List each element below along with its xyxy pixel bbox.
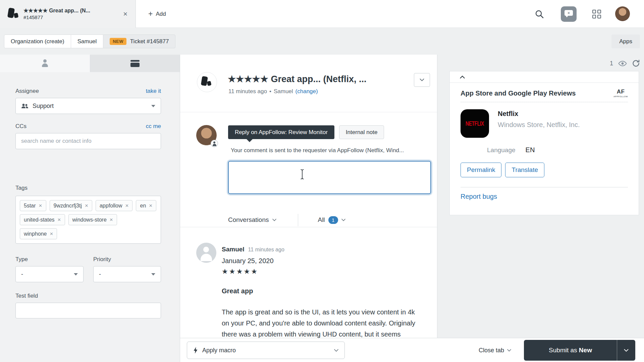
tag-pill: winphone× — [20, 228, 57, 239]
filter-divider — [298, 214, 298, 226]
breadcrumb-organization[interactable]: Organization (create) — [4, 35, 71, 48]
refresh-icon[interactable] — [632, 59, 640, 67]
ccs-input[interactable] — [15, 133, 161, 149]
apply-macro-select[interactable]: Apply macro — [187, 342, 345, 359]
submit-button-group: Submit as New — [524, 340, 635, 361]
apps-button[interactable]: Apps — [611, 35, 640, 48]
ticket-meta-separator: • — [269, 88, 271, 95]
ticket-window-tab[interactable]: ★★★★★ Great app... (N... #145877 × — [0, 0, 136, 28]
list-icon — [130, 60, 140, 67]
search-icon[interactable] — [533, 0, 546, 28]
eye-icon — [618, 61, 627, 66]
conversation-filters: Conversations All 1 — [228, 214, 345, 226]
app-name: Netflix — [498, 110, 580, 118]
widget-divider — [461, 187, 628, 187]
breadcrumb: Organization (create) Samuel NEW Ticket … — [4, 35, 175, 48]
remove-tag-icon[interactable]: × — [39, 203, 42, 208]
conversations-dropdown[interactable]: Conversations — [228, 216, 276, 224]
priority-value: - — [99, 271, 101, 278]
close-tab-dropdown[interactable]: Close tab — [479, 338, 511, 362]
ticket-actions-button[interactable] — [414, 73, 430, 87]
ccs-label: CCs — [15, 123, 26, 130]
submit-options-button[interactable] — [617, 340, 635, 361]
message-time: 11 minutes ago — [248, 247, 284, 253]
ticket-footer: Apply macro Close tab Submit as New — [180, 338, 644, 362]
apply-macro-label: Apply macro — [202, 347, 236, 354]
message-author: Samuel — [222, 246, 245, 253]
ticket-meta: 11 minutes ago • Samuel (change) — [228, 88, 318, 95]
assignee-label: Assignee — [15, 88, 39, 95]
events-filter-dropdown[interactable]: All 1 — [318, 216, 345, 224]
chevron-down-icon — [74, 273, 78, 276]
internal-note-tab[interactable]: Internal note — [339, 125, 384, 139]
apps-widget-panel: App Store and Google Play Reviews AF APP… — [449, 71, 639, 215]
user-avatar[interactable] — [615, 6, 630, 21]
tag-pill: en× — [136, 200, 156, 211]
report-bugs-link[interactable]: Report bugs — [461, 193, 497, 200]
translate-button[interactable]: Translate — [505, 163, 544, 177]
tag-pill: 9wzdncrfj3tj× — [50, 200, 92, 211]
app-store-meta: Windows Store, Netflix, Inc. — [498, 121, 580, 129]
plus-icon: + — [148, 10, 153, 18]
remove-tag-icon[interactable]: × — [58, 217, 61, 223]
change-requester-link[interactable]: (change) — [296, 88, 318, 95]
remove-tag-icon[interactable]: × — [125, 203, 129, 208]
review-body: The app is great and so is the UI, as it… — [222, 307, 433, 338]
submit-status: New — [579, 347, 592, 354]
take-it-link[interactable]: take it — [146, 88, 161, 95]
add-label: Add — [156, 11, 166, 17]
ticket-channel-avatar — [197, 72, 217, 92]
conversation-divider — [180, 227, 437, 227]
breadcrumb-ticket-label: Ticket #145877 — [130, 35, 169, 48]
close-tab-icon[interactable]: × — [123, 10, 127, 18]
widget-collapse-row[interactable] — [450, 71, 639, 83]
ticket-properties-sidebar: Assignee take it Support CCs cc me Tags … — [0, 55, 180, 362]
review-stars: ★★★★★ — [222, 267, 258, 276]
sidebar-tabs — [0, 55, 180, 72]
ticket-meta-time: 11 minutes ago — [228, 88, 267, 95]
widget-title: App Store and Google Play Reviews — [461, 89, 576, 97]
review-title: Great app — [222, 287, 253, 295]
chevron-up-icon — [460, 75, 465, 79]
priority-select[interactable]: - — [93, 266, 161, 282]
test-field-input[interactable] — [15, 303, 161, 318]
cc-me-link[interactable]: cc me — [146, 123, 161, 130]
chevron-down-icon — [151, 105, 155, 107]
ticket-tab-text: ★★★★★ Great app... (N... #145877 — [23, 7, 108, 20]
breadcrumb-requester[interactable]: Samuel — [71, 35, 104, 48]
product-switcher-icon[interactable] — [592, 10, 601, 18]
type-label: Type — [15, 256, 28, 262]
chat-dismiss-glyph: × — [565, 10, 573, 16]
add-tab-button[interactable]: + Add — [145, 0, 169, 28]
reply-channel-tab[interactable]: Reply on AppFollow: Review Monitor — [228, 125, 334, 139]
test-field-label: Test field — [15, 293, 38, 299]
tags-field[interactable]: 5star× 9wzdncrfj3tj× appfollow× en× unit… — [15, 196, 161, 244]
appfollow-logo-icon — [6, 7, 20, 21]
lightning-icon — [193, 347, 198, 354]
language-label: Language — [487, 146, 516, 154]
agent-workspace: { "icons": { "plus_glyph": "+", "close_g… — [0, 0, 644, 362]
netflix-app-icon: NETFLIX — [461, 109, 489, 138]
review-date: January 25, 2020 — [222, 257, 274, 265]
remove-tag-icon[interactable]: × — [110, 217, 113, 223]
ticket-tab-title: ★★★★★ Great app... (N... — [23, 7, 108, 14]
composer-notice: Your comment is sent to the requester vi… — [231, 147, 404, 154]
sidebar-content: Assignee take it Support CCs cc me Tags … — [0, 72, 180, 318]
assignee-select[interactable]: Support — [15, 98, 161, 114]
tab-requester[interactable] — [0, 55, 90, 72]
remove-tag-icon[interactable]: × — [85, 203, 88, 208]
remove-tag-icon[interactable]: × — [50, 231, 53, 237]
type-select[interactable]: - — [15, 266, 84, 282]
tab-ticket-fields[interactable] — [90, 55, 180, 72]
group-icon — [21, 104, 29, 109]
language-value: EN — [526, 146, 535, 154]
composer-textarea[interactable] — [228, 161, 431, 194]
submit-as-new-button[interactable]: Submit as New — [524, 340, 617, 361]
assignee-value: Support — [33, 103, 54, 110]
remove-tag-icon[interactable]: × — [149, 203, 152, 208]
notifications-icon[interactable]: × — [561, 6, 577, 22]
ticket-conversation-panel: ★★★★★ Great app... (Netflix, ... 11 minu… — [180, 55, 437, 338]
breadcrumb-ticket[interactable]: NEW Ticket #145877 — [103, 35, 175, 48]
permalink-button[interactable]: Permalink — [461, 163, 501, 177]
ticket-meta-author: Samuel — [274, 88, 293, 95]
